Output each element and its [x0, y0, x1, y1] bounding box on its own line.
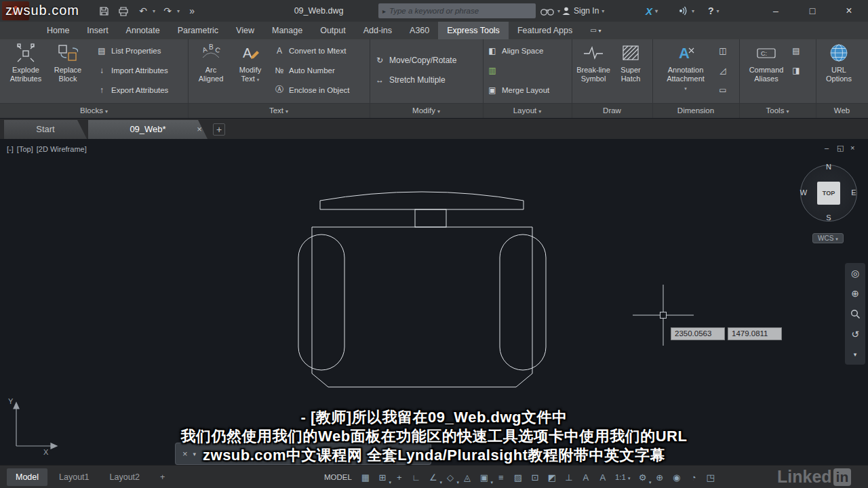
auto-number-button[interactable]: № Auto Number — [274, 60, 350, 80]
tab-express-tools[interactable]: Express Tools — [438, 22, 509, 39]
graphics-performance-icon[interactable]: ◔ — [686, 470, 701, 485]
tab-home[interactable]: Home — [38, 22, 78, 39]
chevron-down-icon: ▾ — [456, 480, 459, 485]
plot-icon[interactable] — [116, 3, 131, 18]
annotation-visibility-icon[interactable]: A — [578, 470, 593, 485]
break-line-symbol-button[interactable]: Break-line Symbol — [575, 42, 612, 83]
export-attributes-button[interactable]: ↑ Export Attributes — [96, 80, 168, 100]
clean-screen-icon[interactable]: ◳ — [703, 470, 718, 485]
panel-label-text[interactable]: Text▾ — [188, 103, 370, 118]
autoscale-icon[interactable]: A — [595, 470, 610, 485]
chevron-down-icon[interactable]: ▾ — [557, 8, 560, 14]
zwsub-watermark: zwsub.com — [5, 3, 79, 18]
stay-connected-button[interactable]: ▾ — [677, 0, 694, 22]
tools-small-button-1[interactable]: ▤ — [791, 41, 802, 60]
convert-to-mtext-button[interactable]: A Convert to Mtext — [274, 41, 350, 60]
annotation-scale-control[interactable]: 1:1 ▾ — [612, 473, 633, 481]
annotation-monitor-icon[interactable]: ⊕ — [652, 470, 667, 485]
redo-dropdown-icon[interactable]: ▾ — [177, 8, 180, 14]
redo-icon[interactable]: ↷ — [160, 3, 175, 18]
grid-icon[interactable]: ▦ — [358, 470, 373, 485]
explode-attributes-button[interactable]: Explode Attributes — [5, 42, 46, 83]
undo-dropdown-icon[interactable]: ▾ — [153, 8, 155, 14]
maximize-button[interactable]: □ — [797, 0, 827, 22]
align-space-button[interactable]: ◧ Align Space — [487, 41, 549, 60]
annotation-attachment-button[interactable]: A Annotation Attachment ▾ — [665, 42, 707, 93]
isolate-objects-icon[interactable]: ◉ — [669, 470, 684, 485]
tab-parametric[interactable]: Parametric — [169, 22, 227, 39]
tab-annotate[interactable]: Annotate — [117, 22, 169, 39]
new-layout-button[interactable]: + — [151, 468, 174, 486]
search-button[interactable]: ▾ — [540, 0, 560, 22]
ribbon-display-toggle-icon[interactable]: ▭ ▾ — [581, 22, 610, 39]
autodesk-exchange-button[interactable]: X ▾ — [646, 0, 658, 22]
search-input[interactable] — [388, 6, 523, 16]
close-button[interactable]: × — [834, 0, 864, 22]
file-tab-close-icon[interactable]: × — [193, 120, 206, 139]
dimension-small-button-2[interactable]: ◿ — [717, 60, 728, 80]
signin-menu[interactable]: Sign In ▾ — [561, 0, 604, 22]
isodraft-icon[interactable]: ◇ ▾ — [443, 470, 458, 485]
panel-label-text: Dimension — [677, 106, 714, 115]
panel-label-modify[interactable]: Modify▾ — [370, 103, 483, 118]
lineweight-icon[interactable]: ≡ — [494, 470, 509, 485]
osnap-tracking-icon[interactable]: ◬ — [460, 470, 475, 485]
selection-cycling-icon[interactable]: ⊡ — [528, 470, 542, 485]
super-hatch-button[interactable]: Super Hatch — [613, 42, 648, 83]
panel-label-web[interactable]: Web — [816, 103, 868, 118]
enclose-in-object-button[interactable]: Ⓐ Enclose in Object — [274, 80, 350, 100]
save-icon[interactable] — [96, 3, 111, 18]
layout2-tab[interactable]: Layout2 — [101, 468, 149, 486]
replace-block-button[interactable]: Replace Block — [49, 42, 87, 83]
tab-featured-apps[interactable]: Featured Apps — [509, 22, 581, 39]
transparency-icon[interactable]: ▨ — [511, 470, 526, 485]
tab-manage[interactable]: Manage — [263, 22, 311, 39]
tab-a360[interactable]: A360 — [401, 22, 438, 39]
file-tab-09-web[interactable]: 09_Web* — [88, 120, 208, 139]
chevron-down-icon: ▾ — [717, 8, 719, 14]
layout1-tab[interactable]: Layout1 — [50, 468, 98, 486]
help-button[interactable]: ? ▾ — [708, 0, 719, 22]
new-drawing-button[interactable]: + — [213, 123, 225, 136]
minimize-button[interactable]: – — [761, 0, 791, 22]
move-copy-rotate-button[interactable]: ↻ Move/Copy/Rotate — [374, 50, 456, 70]
tab-output[interactable]: Output — [311, 22, 355, 39]
panel-label-draw[interactable]: Draw — [572, 103, 652, 118]
modify-text-button[interactable]: A Modify Text ▾ — [232, 42, 269, 84]
layout-tool-button[interactable]: ▥ — [487, 60, 549, 80]
break-line-icon — [582, 42, 605, 64]
ortho-icon[interactable]: ∟ — [409, 470, 424, 485]
dimension-small-button-3[interactable]: ▭ — [717, 80, 728, 100]
command-aliases-button[interactable]: C: Command Aliases — [746, 42, 787, 83]
undo-icon[interactable]: ↶ — [136, 3, 151, 18]
panel-label-dimension[interactable]: Dimension — [652, 103, 739, 118]
model-space-label[interactable]: MODEL — [324, 473, 352, 481]
panel-label-blocks[interactable]: Blocks▾ — [0, 103, 188, 118]
list-properties-button[interactable]: ▤ List Properties — [96, 41, 168, 60]
file-tab-start[interactable]: Start — [4, 120, 87, 139]
tab-view[interactable]: View — [227, 22, 263, 39]
3d-osnap-icon[interactable]: ◩ — [545, 470, 559, 485]
workspace-icon[interactable]: ⚙ ▾ — [635, 470, 650, 485]
model-tab[interactable]: Model — [7, 468, 47, 486]
tab-addins[interactable]: Add-ins — [355, 22, 401, 39]
import-attributes-button[interactable]: ↓ Import Attributes — [96, 60, 168, 80]
arc-aligned-button[interactable]: A B C Arc Aligned — [193, 42, 229, 83]
panel-label-layout[interactable]: Layout▾ — [483, 103, 572, 118]
url-options-button[interactable]: URL Options — [819, 42, 859, 83]
snap-mode-icon[interactable]: ⊞ ▾ — [375, 470, 390, 485]
object-snap-icon[interactable]: ▣ ▾ — [477, 470, 492, 485]
search-arrow-icon[interactable]: ▸ — [382, 7, 386, 15]
url-options-globe-icon — [827, 42, 850, 64]
tools-small-button-2[interactable]: ◨ — [791, 60, 802, 80]
tab-insert[interactable]: Insert — [78, 22, 117, 39]
dynamic-ucs-icon[interactable]: ⊥ — [561, 470, 576, 485]
stretch-multiple-button[interactable]: ↔ Stretch Multiple — [374, 70, 456, 89]
dynamic-input-icon[interactable]: + — [392, 470, 407, 485]
merge-layout-button[interactable]: ▣ Merge Layout — [487, 80, 549, 100]
dimension-small-button-1[interactable]: ◫ — [717, 41, 728, 60]
isodraft-glyph: ◇ — [447, 472, 454, 483]
polar-tracking-icon[interactable]: ∠ ▾ — [426, 470, 441, 485]
qat-overflow-icon[interactable]: » — [184, 3, 199, 18]
panel-label-tools[interactable]: Tools▾ — [739, 103, 816, 118]
